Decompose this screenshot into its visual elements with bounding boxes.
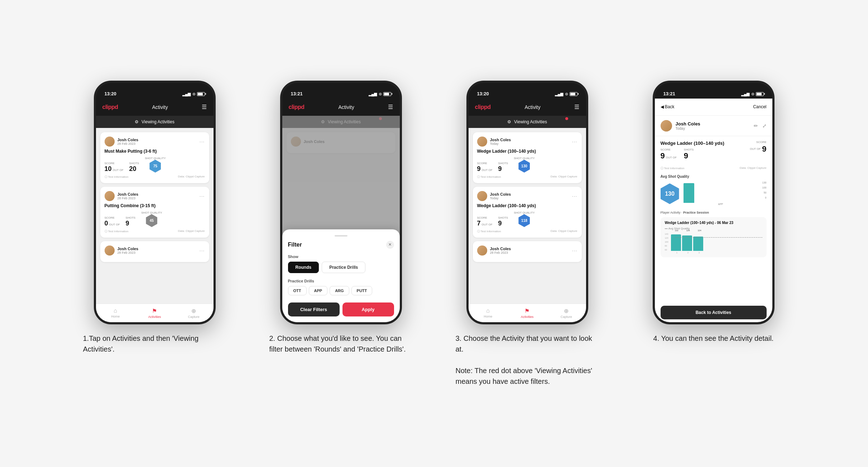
nav-title-3: Activity	[524, 104, 540, 110]
tab-home-1[interactable]: ⌂ Home	[96, 308, 135, 318]
hamburger-3[interactable]: ☰	[574, 104, 579, 110]
viewing-bar-text-3: Viewing Activities	[514, 119, 547, 124]
detail-body-4: Wedge Ladder (100–140 yds) Score 9 OUT O…	[655, 136, 772, 303]
step-desc-text-3: 3. Choose the Activity that you want to …	[456, 334, 593, 385]
step-desc-text-4: 4. You can then see the Activity detail.	[653, 334, 774, 342]
filter-tag-row-2: OTT APP ARG PUTT	[288, 286, 394, 295]
more-icon-3-2[interactable]: ···	[572, 193, 577, 199]
activity-card-1[interactable]: Josh Coles 28 Feb 2023 ··· Must Make Put…	[100, 132, 209, 183]
tab-activities-1[interactable]: ⚑ Activities	[135, 308, 174, 319]
score-value-2: 0	[105, 220, 108, 227]
detail-user-info-4: Josh Coles Today	[676, 121, 700, 130]
user-name-3-2: Josh Coles	[490, 192, 511, 196]
chart-label-4: APP	[684, 203, 767, 205]
back-to-activities-btn-4[interactable]: Back to Activities	[661, 306, 767, 319]
hamburger-2[interactable]: ☰	[388, 104, 393, 110]
more-icon-3-3[interactable]: ···	[572, 248, 577, 253]
big-hex-4: 130	[661, 184, 679, 204]
edit-icon-4[interactable]: ✏	[754, 123, 758, 129]
hamburger-1[interactable]: ☰	[202, 104, 207, 110]
more-icon-3-1[interactable]: ···	[572, 139, 577, 144]
footer-data-3-2: Data: Clippd Capture	[551, 229, 577, 233]
phone-1: 13:20 ▂▄▆ ⊛ clippd Activity ☰	[94, 81, 216, 324]
viewing-bar-1[interactable]: ⚙ Viewing Activities	[96, 116, 214, 128]
detail-user-row-4: Josh Coles Today	[661, 120, 700, 132]
tab-activities-label-3: Activities	[521, 315, 534, 319]
score-value-4: 9	[661, 151, 665, 161]
phone-notch-4	[694, 83, 733, 93]
tag-ott[interactable]: OTT	[288, 286, 307, 295]
signal-icon-4: ▂▄▆	[741, 92, 750, 96]
nav-title-2: Activity	[338, 104, 354, 110]
activity-card-3-2[interactable]: Josh Coles Today ··· Wedge Ladder (100–1…	[473, 187, 582, 238]
activity-card-2[interactable]: Josh Coles 28 Feb 2023 ··· Putting Combi…	[100, 187, 209, 238]
tag-arg[interactable]: ARG	[330, 286, 349, 295]
tab-activities-label-1: Activities	[148, 315, 161, 319]
modal-title-2: Filter	[288, 242, 302, 248]
avatar-1	[105, 137, 115, 147]
signal-icon-2: ▂▄▆	[369, 92, 377, 96]
step-desc-2: 2. Choose what you'd like to see. You ca…	[269, 333, 413, 354]
sq-hex-3-2: 118	[518, 214, 530, 227]
activity-card-3-1[interactable]: Josh Coles Today ··· Wedge Ladder (100–1…	[473, 132, 582, 183]
phone-content-3: ⚙ Viewing Activities Josh Coles Today	[469, 116, 586, 322]
status-time-3: 13:20	[477, 91, 489, 96]
outof-4: OUT OF	[666, 156, 677, 159]
more-icon-1[interactable]: ···	[200, 139, 205, 144]
back-btn-4[interactable]: ◀ Back	[661, 104, 675, 109]
phone-3: 13:20 ▂▄▆ ⊛ clippd Activity ☰ ⚙ Viewing …	[466, 81, 588, 324]
tab-bar-3: ⌂ Home ⚑ Activities ⊕ Capture	[469, 304, 586, 322]
tab-home-label-1: Home	[111, 315, 120, 318]
viewing-bar-3[interactable]: ⚙ Viewing Activities	[469, 116, 586, 128]
detail-user-date-4: Today	[676, 127, 700, 130]
outof-1: OUT OF	[113, 168, 124, 172]
tab-capture-3[interactable]: ⊕ Capture	[547, 308, 586, 319]
logo-1: clippd	[102, 104, 118, 110]
avatar-3-1	[477, 137, 487, 147]
rounds-btn-2[interactable]: Rounds	[288, 262, 319, 273]
tab-home-3[interactable]: ⌂ Home	[469, 308, 508, 318]
avg-sq-label-4: Avg Shot Quality	[661, 175, 767, 178]
avatar-3-2	[477, 191, 487, 201]
phone-notch-3	[508, 83, 547, 93]
expand-icon-4[interactable]: ⤢	[762, 123, 767, 129]
battery-icon-1	[197, 92, 205, 96]
avg-shot-content-4: 130 130 100 50 0 APP	[661, 181, 767, 206]
capture-icon-3: ⊕	[564, 308, 569, 314]
more-icon-2[interactable]: ···	[200, 193, 205, 199]
filter-modal-2: Filter ✕ Show Rounds Practice Drills Pra…	[282, 229, 400, 322]
activity-card-3-3[interactable]: Josh Coles 28 Feb 2023 ···	[473, 241, 582, 262]
tag-putt[interactable]: PUTT	[351, 286, 373, 295]
practice-drills-btn-2[interactable]: Practice Drills	[322, 262, 365, 273]
clear-filters-btn[interactable]: Clear Filters	[288, 302, 340, 316]
user-info-3: Josh Coles 28 Feb 2023	[118, 247, 139, 254]
avatar-3	[105, 246, 115, 256]
detail-footer-left-4: ⓘ Test Information	[661, 166, 685, 170]
ps-card-4[interactable]: Wedge Ladder (100–140 yds) - 06 Mar 23 •…	[661, 217, 767, 257]
user-name-3: Josh Coles	[118, 247, 139, 251]
ps-title-4: Wedge Ladder (100–140 yds) - 06 Mar 23	[665, 221, 762, 225]
score-value-3-1: 9	[477, 165, 481, 173]
tag-app[interactable]: APP	[309, 286, 328, 295]
modal-actions-2: Clear Filters Apply	[288, 302, 394, 316]
ps-bar-label-2: 2	[683, 252, 693, 254]
practice-session-label-4: Practice Session	[683, 211, 709, 214]
apply-btn[interactable]: Apply	[342, 302, 394, 316]
cancel-btn-4[interactable]: Cancel	[753, 104, 766, 109]
footer-info-2: ⓘ Test Information	[105, 229, 129, 233]
player-activity-label-4: Player Activity · Practice Session	[661, 211, 767, 214]
activity-list-1: Josh Coles 28 Feb 2023 ··· Must Make Put…	[96, 128, 214, 304]
user-date-3: 28 Feb 2023	[118, 251, 139, 254]
tab-capture-1[interactable]: ⊕ Capture	[174, 308, 213, 319]
tab-activities-3[interactable]: ⚑ Activities	[508, 308, 547, 319]
ps-chart-4: 140 120 100 80 60 132 129	[665, 233, 762, 251]
score-value-1: 10	[105, 165, 112, 173]
shots-value-4: 9	[684, 151, 694, 161]
chart-area-4: 130 100 50 0 APP	[684, 181, 767, 206]
sq-label-3-1: Shot Quality	[514, 157, 535, 160]
step-desc-3: 3. Choose the Activity that you want to …	[456, 333, 599, 387]
more-icon-3[interactable]: ···	[200, 248, 205, 253]
close-btn-2[interactable]: ✕	[386, 241, 394, 249]
battery-icon-2	[383, 92, 391, 96]
activity-card-3[interactable]: Josh Coles 28 Feb 2023 ···	[100, 241, 209, 262]
